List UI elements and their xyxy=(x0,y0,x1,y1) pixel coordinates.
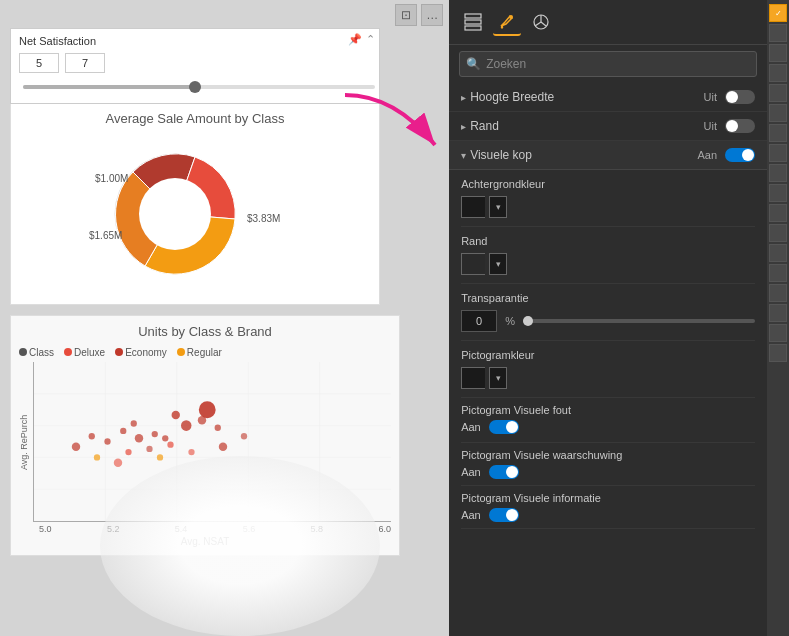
pictogramkleur-dropdown[interactable]: ▾ xyxy=(489,367,507,389)
search-container: 🔍 xyxy=(459,51,757,77)
strip-item-16[interactable] xyxy=(769,324,787,342)
svg-point-29 xyxy=(162,435,168,441)
expand-icon[interactable]: ⌃ xyxy=(366,33,375,46)
strip-item-10[interactable] xyxy=(769,204,787,222)
scatter-legend: Class Deluxe Economy Regular xyxy=(19,347,391,358)
svg-point-14 xyxy=(135,434,143,442)
search-input[interactable] xyxy=(459,51,757,77)
net-sat-inputs xyxy=(19,53,371,73)
visuele-fout-thumb xyxy=(506,421,518,433)
format-brush-icon xyxy=(498,12,516,30)
net-sat-min-input[interactable] xyxy=(19,53,59,73)
tab-analytics[interactable] xyxy=(527,8,555,36)
svg-point-17 xyxy=(181,420,192,431)
net-sat-title: Net Satisfaction xyxy=(19,35,371,47)
svg-point-27 xyxy=(131,420,137,426)
svg-point-36 xyxy=(509,15,513,19)
net-sat-max-input[interactable] xyxy=(65,53,105,73)
strip-item-13[interactable] xyxy=(769,264,787,282)
hoogte-toggle[interactable] xyxy=(725,90,755,104)
row-visuele-kop[interactable]: Visuele kop Aan xyxy=(449,141,767,170)
svg-point-20 xyxy=(125,449,131,455)
legend-class: Class xyxy=(19,347,54,358)
strip-item-17[interactable] xyxy=(769,344,787,362)
hoogte-thumb xyxy=(726,91,738,103)
format-icon[interactable]: ⊡ xyxy=(395,4,417,26)
donut-label-2: $1.65M xyxy=(89,230,122,241)
chevron-visuele-kop xyxy=(461,150,466,161)
strip-item-2[interactable] xyxy=(769,44,787,62)
chevron-rand xyxy=(461,121,466,132)
slider-thumb[interactable] xyxy=(189,81,201,93)
right-panel: 🔍 Hoogte Breedte Uit Rand Uit Visuele ko… xyxy=(449,0,767,636)
svg-point-13 xyxy=(120,428,126,434)
svg-point-28 xyxy=(146,446,152,452)
visuele-waarschuwing-toggle[interactable] xyxy=(489,465,519,479)
rp-content: Hoogte Breedte Uit Rand Uit Visuele kop … xyxy=(449,83,767,636)
net-sat-slider[interactable] xyxy=(19,79,371,95)
svg-rect-34 xyxy=(465,20,481,24)
rand-toggle[interactable] xyxy=(725,119,755,133)
more-icon[interactable]: … xyxy=(421,4,443,26)
tab-table[interactable] xyxy=(459,8,487,36)
analytics-icon xyxy=(532,13,550,31)
svg-rect-35 xyxy=(465,26,481,30)
svg-point-24 xyxy=(241,433,247,439)
bg-blob xyxy=(100,456,380,636)
field-visuele-informatie: Pictogram Visuele informatie Aan xyxy=(461,486,755,529)
field-achtergrondkleur: Achtergrondkleur ▾ xyxy=(461,170,755,227)
visuele-fout-value: Aan xyxy=(461,421,481,433)
row-hoogte-breedte[interactable]: Hoogte Breedte Uit xyxy=(449,83,767,112)
left-panel: ⊡ … Net Satisfaction 📌 ⌃ Average Sale Am… xyxy=(0,0,449,636)
svg-point-15 xyxy=(152,431,158,437)
svg-point-30 xyxy=(188,449,194,455)
donut-label-3: $3.83M xyxy=(247,213,280,224)
field-visuele-fout: Pictogram Visuele fout Aan xyxy=(461,398,755,443)
rand-dropdown[interactable]: ▾ xyxy=(489,253,507,275)
svg-point-21 xyxy=(157,454,163,460)
visuele-fout-label: Pictogram Visuele fout xyxy=(461,404,571,416)
transparantie-input[interactable] xyxy=(461,310,497,332)
strip-item-11[interactable] xyxy=(769,224,787,242)
donut-label-1: $1.00M xyxy=(95,173,128,184)
strip-item-15[interactable] xyxy=(769,304,787,322)
visuele-informatie-toggle[interactable] xyxy=(489,508,519,522)
rand-color-box[interactable] xyxy=(461,253,485,275)
net-satisfaction-panel: Net Satisfaction 📌 ⌃ xyxy=(10,28,380,104)
achtergrondkleur-color-box[interactable] xyxy=(461,196,485,218)
strip-item-1[interactable] xyxy=(769,24,787,42)
transparantie-slider[interactable] xyxy=(523,319,755,323)
strip-item-3[interactable] xyxy=(769,64,787,82)
hoogte-value: Uit xyxy=(704,91,717,103)
strip-item-14[interactable] xyxy=(769,284,787,302)
visuele-kop-label: Visuele kop xyxy=(470,148,697,162)
achtergrondkleur-dropdown[interactable]: ▾ xyxy=(489,196,507,218)
visuele-kop-toggle[interactable] xyxy=(725,148,755,162)
row-rand[interactable]: Rand Uit xyxy=(449,112,767,141)
strip-item-4[interactable] xyxy=(769,84,787,102)
x-tick-6: 6.0 xyxy=(378,524,391,534)
field-pictogramkleur: Pictogramkleur ▾ xyxy=(461,341,755,398)
trans-thumb xyxy=(523,316,533,326)
strip-item-7[interactable] xyxy=(769,144,787,162)
pin-icon[interactable]: 📌 xyxy=(348,33,362,46)
strip-item-9[interactable] xyxy=(769,184,787,202)
visuele-informatie-value: Aan xyxy=(461,509,481,521)
svg-point-26 xyxy=(114,458,122,466)
strip-item-8[interactable] xyxy=(769,164,787,182)
svg-point-23 xyxy=(199,401,216,418)
strip-item-5[interactable] xyxy=(769,104,787,122)
svg-point-19 xyxy=(215,425,221,431)
scatter-chart-title: Units by Class & Brand xyxy=(19,324,391,339)
donut-chart-title: Average Sale Amount by Class xyxy=(21,111,369,126)
strip-item-6[interactable] xyxy=(769,124,787,142)
svg-point-11 xyxy=(89,433,95,439)
svg-point-10 xyxy=(72,443,80,451)
tab-format[interactable] xyxy=(493,8,521,36)
strip-item-check[interactable]: ✓ xyxy=(769,4,787,22)
pictogramkleur-label: Pictogramkleur xyxy=(461,349,755,361)
visuele-informatie-thumb xyxy=(506,509,518,521)
visuele-fout-toggle[interactable] xyxy=(489,420,519,434)
strip-item-12[interactable] xyxy=(769,244,787,262)
pictogramkleur-color-box[interactable] xyxy=(461,367,485,389)
